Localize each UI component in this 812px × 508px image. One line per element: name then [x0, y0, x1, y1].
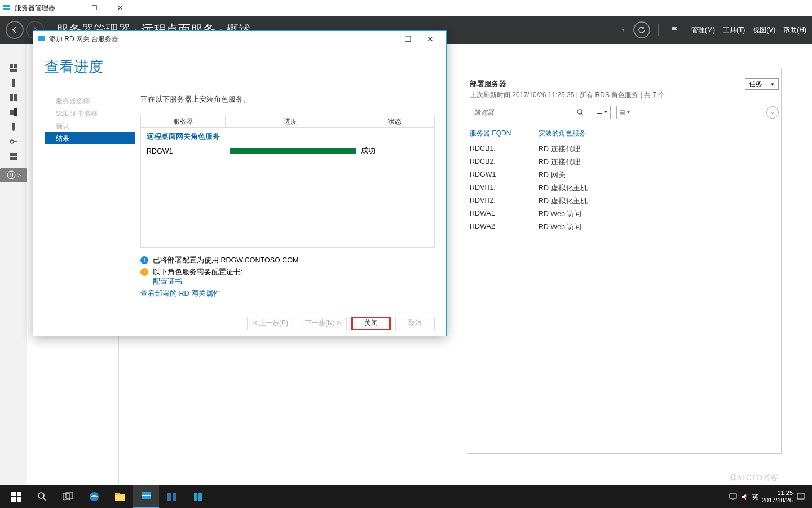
dp-subtitle: 上次刷新时间 2017/10/26 11:25:25 | 所有 RDS 角色服务… — [467, 90, 665, 100]
wizard-title: 添加 RD 网关 台服务器 — [49, 34, 374, 44]
svg-rect-9 — [14, 108, 17, 116]
server-manager-taskbar-button[interactable] — [133, 485, 159, 508]
svg-point-15 — [7, 171, 15, 179]
wizard-titlebar: 添加 RD 网关 台服务器 — ☐ ✕ — [33, 31, 446, 47]
svg-rect-21 — [17, 497, 21, 502]
menu-manage[interactable]: 管理(M) — [691, 25, 715, 35]
rail-all-servers-icon[interactable] — [0, 90, 27, 105]
col-fqdn[interactable]: 服务器 FQDN — [470, 129, 539, 138]
wizard-maximize-button[interactable]: ☐ — [396, 32, 419, 46]
svg-rect-33 — [198, 493, 202, 501]
volume-icon[interactable] — [741, 493, 749, 501]
menu-help[interactable]: 帮助(H) — [783, 25, 806, 35]
svg-rect-30 — [167, 493, 171, 501]
search-button[interactable] — [29, 485, 55, 508]
task-view-button[interactable] — [55, 485, 81, 508]
wizard-close-button[interactable]: ✕ — [419, 32, 442, 46]
maximize-button[interactable]: ☐ — [81, 0, 107, 16]
table-row[interactable]: RDCB2.RD 连接代理 — [467, 156, 781, 169]
svg-point-11 — [12, 129, 15, 131]
rail-file-services-icon[interactable] — [0, 105, 27, 120]
refresh-icon[interactable] — [633, 21, 650, 38]
watermark: @51CTO博客 — [729, 473, 778, 483]
pt-status: 成功 — [361, 146, 429, 156]
app-button-2[interactable] — [185, 485, 211, 508]
ime-indicator[interactable]: 英 — [752, 493, 758, 501]
menu-tools[interactable]: 工具(T) — [723, 25, 745, 35]
svg-rect-17 — [38, 36, 45, 41]
left-nav-rail: ▷ — [0, 44, 27, 508]
clock[interactable]: 11:25 2017/10/26 — [762, 489, 793, 504]
app-button-1[interactable] — [159, 485, 185, 508]
start-button[interactable] — [3, 485, 29, 508]
save-view-button[interactable]: ▤▼ — [616, 106, 633, 119]
wizard-icon — [38, 35, 46, 43]
filter-box[interactable] — [470, 106, 588, 119]
expand-panel-button[interactable]: ⌄ — [766, 106, 779, 119]
next-button: 下一步(N) > — [299, 317, 347, 330]
rail-iis-icon[interactable] — [0, 120, 27, 134]
wizard-footer: < 上一步(P) 下一步(N) > 关闭 取消 — [33, 310, 446, 336]
svg-rect-4 — [10, 69, 17, 72]
table-row[interactable]: RDWA1RD Web 访问 — [467, 208, 781, 221]
explorer-button[interactable] — [107, 485, 133, 508]
rail-dashboard-icon[interactable] — [0, 61, 27, 76]
list-view-button[interactable]: ☰▼ — [594, 106, 611, 119]
svg-rect-31 — [173, 493, 176, 501]
note-info: i已将部署配置为使用 RDGW.CONTOSO.COM — [140, 256, 435, 265]
svg-rect-34 — [730, 494, 736, 498]
rail-nap-icon[interactable] — [0, 134, 27, 149]
svg-rect-6 — [10, 94, 13, 101]
svg-point-22 — [38, 493, 44, 498]
app-titlebar: 服务器管理器 — ☐ ✕ — [0, 0, 812, 16]
table-row[interactable]: RDWA2RD Web 访问 — [467, 221, 781, 234]
close-button[interactable]: ✕ — [107, 0, 133, 16]
prev-button: < 上一步(P) — [247, 317, 294, 330]
note-warning: ! 以下角色服务需要配置证书: 配置证书 — [140, 268, 435, 287]
rail-storage-icon[interactable] — [0, 149, 27, 164]
svg-rect-5 — [12, 79, 15, 87]
ie-button[interactable] — [81, 485, 107, 508]
pt-col-server: 服务器 — [141, 115, 226, 128]
table-row[interactable]: RDGW1RD 网关 — [467, 169, 781, 182]
taskbar: 英 11:25 2017/10/26 — [0, 485, 812, 508]
nav-result[interactable]: 结果 — [45, 132, 135, 144]
nav-server-select: 服务器选择 — [45, 95, 135, 107]
wizard-heading: 查看进度 — [45, 57, 435, 77]
close-wizard-button[interactable]: 关闭 — [351, 317, 391, 330]
rail-local-server-icon[interactable] — [0, 76, 27, 90]
svg-rect-32 — [194, 493, 197, 501]
filter-input[interactable] — [474, 108, 576, 116]
dp-title: 部署服务器 — [467, 79, 665, 90]
svg-rect-14 — [10, 157, 17, 160]
server-manager-icon — [2, 3, 11, 12]
nav-back-button[interactable] — [6, 21, 24, 39]
notifications-icon[interactable] — [796, 492, 805, 501]
flag-icon[interactable] — [667, 21, 683, 38]
svg-rect-27 — [115, 493, 120, 495]
col-role[interactable]: 安装的角色服务 — [539, 129, 779, 138]
minimize-button[interactable]: — — [55, 0, 81, 16]
menu-view[interactable]: 视图(V) — [753, 25, 775, 35]
network-icon[interactable] — [729, 493, 738, 501]
svg-rect-10 — [12, 123, 15, 129]
progress-table: 服务器 进度 状态 远程桌面网关角色服务 RDGW1 成功 — [140, 115, 435, 248]
window-controls: — ☐ ✕ — [55, 0, 133, 16]
configure-cert-link[interactable]: 配置证书 — [153, 277, 242, 287]
nav-confirm: 确认 — [45, 120, 135, 132]
table-row[interactable]: RDCB1.RD 连接代理 — [467, 143, 781, 156]
table-row[interactable]: RDVH1.RD 虚拟化主机 — [467, 182, 781, 195]
progress-bar — [230, 148, 356, 154]
rail-rds-icon[interactable]: ▷ — [0, 168, 27, 182]
view-gateway-properties-link[interactable]: 查看部署的 RD 网关属性 — [140, 289, 220, 299]
svg-rect-1 — [3, 7, 10, 8]
svg-rect-20 — [11, 497, 16, 502]
table-row[interactable]: RDVH2.RD 虚拟化主机 — [467, 195, 781, 208]
wizard-minimize-button[interactable]: — — [374, 32, 396, 46]
wizard-description: 正在以下服务器上安装角色服务。 — [140, 95, 435, 104]
pt-col-status: 状态 — [355, 115, 434, 128]
tasks-dropdown[interactable]: 任务▼ — [745, 78, 779, 90]
svg-rect-7 — [14, 94, 17, 101]
svg-rect-18 — [11, 492, 16, 496]
system-tray: 英 11:25 2017/10/26 — [729, 489, 809, 504]
